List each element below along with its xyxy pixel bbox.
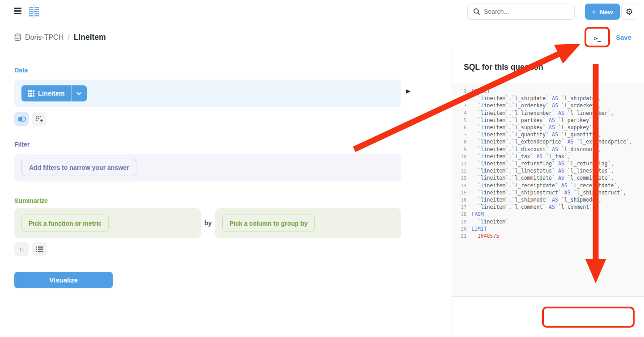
join-data-button[interactable] [14, 112, 29, 126]
convert-to-sql-button[interactable]: Convert this question to SQL [548, 334, 634, 337]
visualize-button[interactable]: Visualize [14, 272, 113, 288]
summarize-metric-panel: Pick a function or metric [14, 208, 201, 238]
add-filter-button[interactable]: Add filters to narrow your answer [21, 159, 136, 176]
search-box[interactable] [467, 4, 575, 20]
by-label: by [204, 219, 212, 227]
table-options-dropdown[interactable] [72, 85, 87, 101]
search-input[interactable] [484, 8, 555, 15]
custom-column-icon [36, 116, 43, 122]
sql-sidebar: SQL for this question 1▾SELECT2 `lineite… [453, 52, 644, 337]
settings-button[interactable]: ⚙ [621, 4, 637, 20]
sort-icon: ↑↓ [19, 246, 24, 253]
chevron-down-icon [76, 92, 81, 95]
preview-step-button[interactable]: ▶ [406, 88, 411, 94]
new-button[interactable]: + New [585, 4, 620, 20]
filter-section-label: Filter [14, 141, 30, 148]
topbar: + New ⚙ [0, 0, 644, 23]
join-icon [17, 116, 26, 122]
summarize-section-label: Summarize [14, 197, 48, 204]
sort-step-button[interactable]: ↑↓ [14, 242, 29, 256]
pick-metric-button[interactable]: Pick a function or metric [21, 215, 109, 232]
sql-panel-footer: Convert this question to SQL [453, 296, 644, 337]
breadcrumb-separator: / [68, 34, 69, 42]
view-header: Doris-TPCH / Lineitem >_ Save [0, 23, 644, 52]
breadcrumb: Doris-TPCH / Lineitem [14, 33, 106, 42]
breadcrumb-database-link[interactable]: Doris-TPCH [25, 34, 64, 42]
terminal-icon: >_ [594, 35, 601, 42]
sql-panel-title: SQL for this question [464, 63, 543, 72]
page-title: Lineitem [74, 33, 106, 42]
table-icon [28, 90, 34, 97]
gear-icon: ⚙ [625, 7, 633, 17]
pick-groupby-button[interactable]: Pick a column to group by [222, 215, 315, 232]
sql-code[interactable]: 1▾SELECT2 `lineitem`.`l_shipdate` AS `l_… [453, 83, 644, 296]
row-limit-button[interactable] [32, 242, 47, 256]
list-icon [36, 246, 43, 252]
metabase-logo-icon[interactable] [27, 4, 41, 19]
save-button[interactable]: Save [616, 34, 631, 41]
search-icon [473, 8, 480, 15]
notebook-editor: Data Lineitem ▶ [0, 52, 453, 337]
filter-section-panel: Add filters to narrow your answer [14, 154, 401, 181]
summarize-groupby-panel: Pick a column to group by [215, 208, 401, 238]
data-section-panel: Lineitem [14, 80, 401, 107]
view-sql-toggle-button[interactable]: >_ [590, 30, 605, 46]
new-button-label: New [599, 8, 613, 16]
database-icon [14, 34, 21, 41]
play-icon: ▶ [406, 88, 411, 94]
data-table-name: Lineitem [38, 90, 65, 97]
data-section-label: Data [14, 67, 28, 74]
metabase-question-builder: + New ⚙ Doris-TPCH / Lineitem >_ Save Da… [0, 0, 644, 337]
plus-icon: + [592, 8, 596, 16]
data-table-picker[interactable]: Lineitem [21, 85, 87, 101]
sidebar-toggle-icon[interactable] [14, 8, 21, 14]
custom-column-button[interactable] [32, 112, 47, 126]
